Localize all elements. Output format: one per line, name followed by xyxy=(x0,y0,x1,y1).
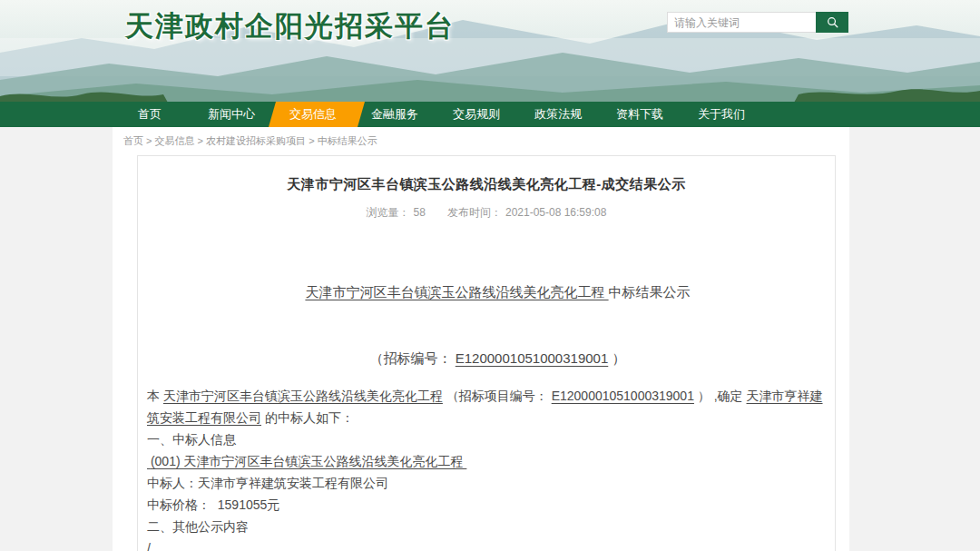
search-button[interactable] xyxy=(816,12,848,33)
text-segment: （招标项目编号： xyxy=(443,389,552,403)
text-segment: ） ,确定 xyxy=(694,389,747,403)
text-segment: 天津市宁河区丰台镇滨玉公路线沿线美化亮化工程 xyxy=(305,284,608,300)
line-segments: 中标价格： 1591055元 xyxy=(147,497,279,512)
text-segment: 中标结果公示 xyxy=(609,284,691,300)
text-segment: 一、中标人信息 xyxy=(147,432,236,447)
line-segments: (001) 天津市宁河区丰台镇滨玉公路线沿线美化亮化工程 xyxy=(147,454,466,468)
body-line: 本 天津市宁河区丰台镇滨玉公路线沿线美化亮化工程 （招标项目编号： E12000… xyxy=(147,385,826,428)
body-line: (001) 天津市宁河区丰台镇滨玉公路线沿线美化亮化工程 xyxy=(147,450,826,472)
body-line: 中标人：天津市亨祥建筑安装工程有限公司 xyxy=(147,472,826,494)
breadcrumb-link[interactable]: 首页 xyxy=(123,135,143,146)
text-segment: E1200001051000319001 xyxy=(552,389,694,403)
text-segment: 天津市宁河区丰台镇滨玉公路线沿线美化亮化工程 xyxy=(163,389,443,403)
views-count: 58 xyxy=(414,206,426,219)
text-segment: （招标编号： xyxy=(370,350,456,366)
line-segments: 本 天津市宁河区丰台镇滨玉公路线沿线美化亮化工程 （招标项目编号： E12000… xyxy=(147,389,823,425)
breadcrumb-item: 交易信息 > xyxy=(155,135,207,146)
nav-item[interactable]: 金融服务 xyxy=(354,102,436,127)
search-input[interactable] xyxy=(667,12,816,33)
publish-label: 发布时间： xyxy=(447,206,502,219)
text-segment: 的中标人如下： xyxy=(261,410,354,425)
text-segment: E1200001051000319001 xyxy=(456,350,609,366)
breadcrumb: 首页 > 交易信息 > 农村建设招标采购项目 > 中标结果公示 xyxy=(113,127,849,147)
text-segment: / xyxy=(147,541,151,551)
nav-item[interactable]: 首页 xyxy=(109,102,191,127)
text-segment: 中标人：天津市亨祥建筑安装工程有限公司 xyxy=(147,476,388,490)
nav-item[interactable]: 资料下载 xyxy=(599,102,681,127)
nav-item-label: 关于我们 xyxy=(698,106,745,123)
nav-item[interactable]: 交易规则 xyxy=(436,102,517,127)
nav-item-label: 交易信息 xyxy=(289,106,337,123)
notice-subtitle: 天津市宁河区丰台镇滨玉公路线沿线美化亮化工程 中标结果公示 （招标编号： E12… xyxy=(145,242,828,369)
text-segment: (001) 天津市宁河区丰台镇滨玉公路线沿线美化亮化工程 xyxy=(147,454,466,468)
article-meta: 浏览量：58发布时间：2021-05-08 16:59:08 xyxy=(145,205,828,221)
body-line: 一、中标人信息 xyxy=(147,428,826,450)
breadcrumb-item: 首页 > xyxy=(123,135,155,146)
article-body: 本 天津市宁河区丰台镇滨玉公路线沿线美化亮化工程 （招标项目编号： E12000… xyxy=(145,385,828,551)
search-icon xyxy=(826,15,839,29)
nav-item-label: 首页 xyxy=(138,106,162,123)
page-container: 首页 > 交易信息 > 农村建设招标采购项目 > 中标结果公示 天津市宁河区丰台… xyxy=(113,127,849,551)
line-segments: 中标人：天津市亨祥建筑安装工程有限公司 xyxy=(147,476,388,490)
body-line: / xyxy=(147,537,826,551)
text-segment: 中标价格： 1591055元 xyxy=(147,497,279,512)
breadcrumb-item: 农村建设招标采购项目 > xyxy=(206,135,318,146)
breadcrumb-separator: > xyxy=(195,135,207,146)
line-segments: 一、中标人信息 xyxy=(147,432,236,447)
breadcrumb-link[interactable]: 农村建设招标采购项目 xyxy=(206,135,306,146)
site-banner: 天津政村企阳光招采平台 首页 新闻中心 交易信息 金融服务 xyxy=(0,0,980,127)
breadcrumb-link[interactable]: 交易信息 xyxy=(155,135,195,146)
content-box: 天津市宁河区丰台镇滨玉公路线沿线美化亮化工程-成交结果公示 浏览量：58发布时间… xyxy=(137,155,836,551)
breadcrumb-item: 中标结果公示 xyxy=(318,135,377,146)
nav-item[interactable]: 新闻中心 xyxy=(191,102,272,127)
nav-item-label: 新闻中心 xyxy=(208,106,255,123)
nav-item-label: 金融服务 xyxy=(371,106,418,123)
line-segments: / xyxy=(147,541,151,551)
subtitle-line: 天津市宁河区丰台镇滨玉公路线沿线美化亮化工程 中标结果公示 xyxy=(145,242,828,302)
nav-item[interactable]: 关于我们 xyxy=(681,102,762,127)
views-label: 浏览量： xyxy=(367,206,410,219)
nav-item[interactable]: 政策法规 xyxy=(517,102,599,127)
breadcrumb-link[interactable]: 中标结果公示 xyxy=(318,135,377,146)
body-line: 中标价格： 1591055元 xyxy=(147,494,826,516)
breadcrumb-separator: > xyxy=(306,135,318,146)
bid-number-line: （招标编号： E1200001051000319001 ） xyxy=(145,309,828,369)
nav-item-label: 交易规则 xyxy=(453,106,500,123)
text-segment: 二、其他公示内容 xyxy=(147,519,249,534)
breadcrumb-separator: > xyxy=(143,135,155,146)
article-title: 天津市宁河区丰台镇滨玉公路线沿线美化亮化工程-成交结果公示 xyxy=(145,176,828,193)
text-segment: ） xyxy=(608,350,625,366)
nav-item-label: 政策法规 xyxy=(534,106,582,123)
text-segment: 本 xyxy=(147,389,163,403)
main-nav: 首页 新闻中心 交易信息 金融服务 交易规则 政策法规 资料下载 xyxy=(0,102,980,127)
nav-item-label: 资料下载 xyxy=(616,106,663,123)
nav-item[interactable]: 交易信息 xyxy=(272,102,354,127)
publish-time: 2021-05-08 16:59:08 xyxy=(505,206,606,219)
line-segments: 二、其他公示内容 xyxy=(147,519,249,534)
site-title: 天津政村企阳光招采平台 xyxy=(125,7,455,45)
body-line: 二、其他公示内容 xyxy=(147,516,826,537)
search-bar xyxy=(667,12,848,33)
